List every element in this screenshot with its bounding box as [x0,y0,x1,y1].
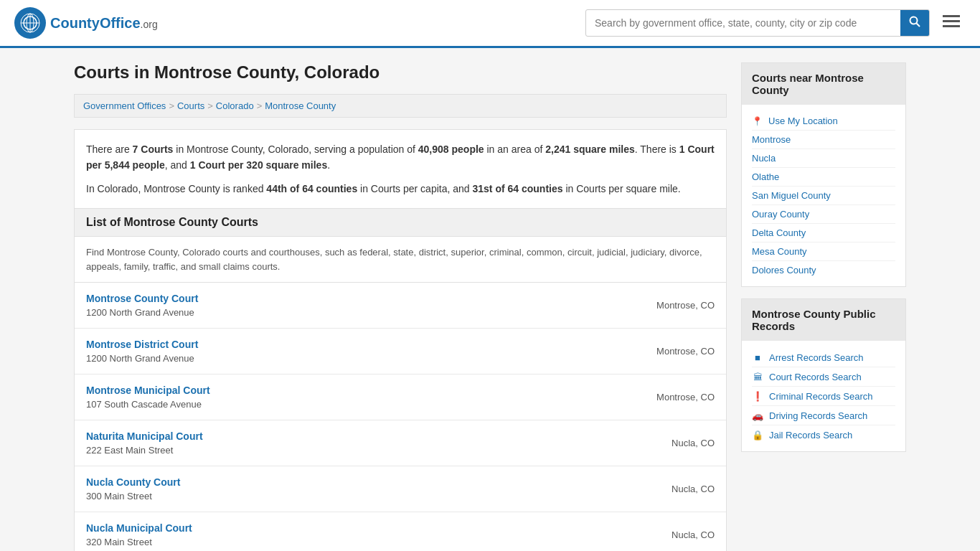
sidebar-link-montrose[interactable]: Montrose [752,131,895,149]
court-city-2: Montrose, CO [656,346,715,357]
sidebar-link-delta[interactable]: Delta County [752,224,895,242]
main-container: Courts in Montrose County, Colorado Gove… [60,48,920,551]
breadcrumb-colorado[interactable]: Colorado [216,100,254,111]
sidebar-link-dolores-label: Dolores County [752,265,816,276]
driving-records-link[interactable]: 🚗 Driving Records Search [752,406,895,425]
stats-ranking: In Colorado, Montrose County is ranked 4… [86,181,715,197]
courts-near-section: Courts near Montrose County 📍 Use My Loc… [741,62,906,287]
sidebar-link-ouray[interactable]: Ouray County [752,205,895,224]
table-row: Montrose Municipal Court 107 South Casca… [75,375,726,420]
sidebar-link-san-miguel-label: San Miguel County [752,190,831,201]
stats-intro: There are 7 Courts in Montrose County, C… [86,141,715,174]
court-city-1: Montrose, CO [656,300,715,311]
sidebar-link-delta-label: Delta County [752,227,806,238]
sidebar-link-dolores[interactable]: Dolores County [752,261,895,279]
table-row: Nucla Municipal Court 320 Main Street Nu… [75,512,726,551]
jail-records-label: Jail Records Search [769,430,852,441]
court-link-4[interactable]: Naturita Municipal Court [86,430,669,442]
driving-icon: 🚗 [752,410,763,421]
arrest-records-link[interactable]: ■ Arrest Records Search [752,348,895,367]
criminal-records-link[interactable]: ❗ Criminal Records Search [752,387,895,406]
sidebar-link-san-miguel[interactable]: San Miguel County [752,187,895,205]
court-address-3: 107 South Cascade Avenue [86,399,654,410]
court-city-4: Nucla, CO [672,438,715,448]
site-header: CountyOffice.org [0,0,980,48]
public-records-body: ■ Arrest Records Search 🏛 Court Records … [742,341,905,451]
content-area: Courts in Montrose County, Colorado Gove… [74,62,727,551]
court-address-2: 1200 North Grand Avenue [86,353,654,364]
table-row: Montrose County Court 1200 North Grand A… [75,283,726,329]
court-city-6: Nucla, CO [672,529,715,540]
court-link-6[interactable]: Nucla Municipal Court [86,522,669,534]
use-my-location-link[interactable]: 📍 Use My Location [752,112,895,131]
sidebar-link-ouray-label: Ouray County [752,209,809,220]
court-link-2[interactable]: Montrose District Court [86,339,654,350]
court-icon: 🏛 [752,371,763,382]
breadcrumb: Government Offices > Courts > Colorado >… [74,94,727,118]
jail-icon: 🔒 [752,429,763,441]
sidebar-link-nucla[interactable]: Nucla [752,149,895,168]
table-row: Naturita Municipal Court 222 East Main S… [75,420,726,466]
sidebar-link-montrose-label: Montrose [752,134,791,145]
public-records-header: Montrose County Public Records [742,299,905,341]
court-records-label: Court Records Search [769,372,862,382]
arrest-records-label: Arrest Records Search [769,352,864,363]
sidebar-link-mesa-label: Mesa County [752,246,807,257]
search-input[interactable] [586,11,900,34]
table-row: Nucla County Court 300 Main Street Nucla… [75,466,726,512]
criminal-icon: ❗ [752,390,763,402]
breadcrumb-courts[interactable]: Courts [177,100,204,111]
search-bar [585,9,930,37]
court-records-link[interactable]: 🏛 Court Records Search [752,367,895,387]
jail-records-link[interactable]: 🔒 Jail Records Search [752,425,895,444]
court-link-1[interactable]: Montrose County Court [86,293,654,304]
list-section-header: List of Montrose County Courts [74,209,727,237]
court-city-3: Montrose, CO [656,392,715,402]
svg-rect-8 [943,20,960,22]
court-address-6: 320 Main Street [86,537,669,547]
breadcrumb-gov-offices[interactable]: Government Offices [83,100,166,111]
sidebar: Courts near Montrose County 📍 Use My Loc… [741,62,906,551]
stats-section: There are 7 Courts in Montrose County, C… [74,129,727,209]
sidebar-link-olathe-label: Olathe [752,171,779,182]
breadcrumb-montrose[interactable]: Montrose County [265,100,336,111]
courts-near-header: Courts near Montrose County [742,63,905,105]
page-title: Courts in Montrose County, Colorado [74,62,727,83]
location-icon: 📍 [752,116,763,126]
court-list: Montrose County Court 1200 North Grand A… [74,283,727,551]
logo-icon [14,7,46,39]
courts-description: Find Montrose County, Colorado courts an… [74,237,727,283]
header-right [585,9,966,37]
court-link-5[interactable]: Nucla County Court [86,476,669,488]
courts-near-body: 📍 Use My Location Montrose Nucla Olathe … [742,105,905,286]
svg-rect-9 [943,25,960,27]
court-address-1: 1200 North Grand Avenue [86,307,654,318]
use-my-location-label: Use My Location [768,116,838,126]
svg-point-5 [910,17,918,24]
sidebar-link-mesa[interactable]: Mesa County [752,242,895,261]
logo-text: CountyOffice.org [50,15,158,32]
driving-records-label: Driving Records Search [769,410,867,421]
public-records-section: Montrose County Public Records ■ Arrest … [741,298,906,452]
logo-area: CountyOffice.org [14,7,158,39]
svg-line-6 [917,24,920,27]
table-row: Montrose District Court 1200 North Grand… [75,329,726,375]
menu-button[interactable] [937,11,966,35]
court-address-5: 300 Main Street [86,491,669,501]
sidebar-link-olathe[interactable]: Olathe [752,168,895,187]
criminal-records-label: Criminal Records Search [769,391,873,402]
court-link-3[interactable]: Montrose Municipal Court [86,385,654,396]
search-button[interactable] [900,10,929,36]
sidebar-link-nucla-label: Nucla [752,153,776,164]
court-address-4: 222 East Main Street [86,445,669,456]
court-city-5: Nucla, CO [672,484,715,494]
arrest-icon: ■ [752,352,763,363]
svg-rect-7 [943,15,960,17]
